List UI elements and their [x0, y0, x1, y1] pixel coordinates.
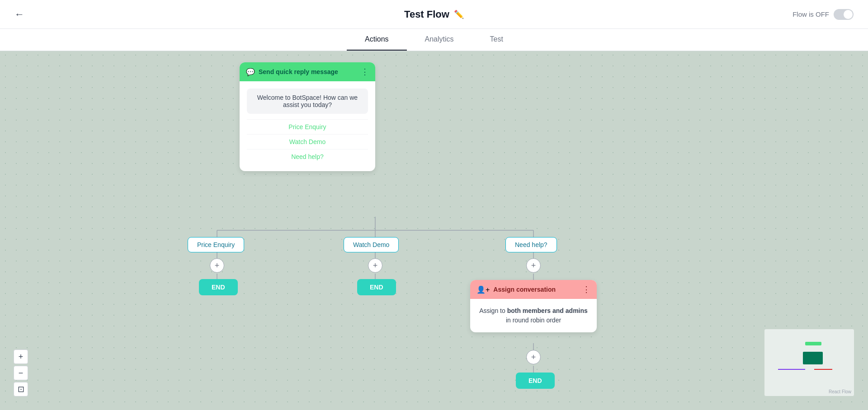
minimap-label: React Flow: [829, 389, 851, 394]
branch-watch-demo[interactable]: Watch Demo: [344, 237, 399, 252]
flow-status-label: Flow is OFF: [793, 10, 829, 18]
fit-view-button[interactable]: ⊡: [14, 382, 28, 396]
message-bubble: Welcome to BotSpace! How can we assist y…: [247, 89, 368, 114]
zoom-in-button[interactable]: +: [14, 349, 28, 364]
back-button[interactable]: ←: [14, 9, 24, 20]
header: ← Test Flow ✏️ Flow is OFF: [0, 0, 868, 29]
connector-lines: [0, 50, 868, 410]
flow-canvas: 💬 Send quick reply message ⋮ Welcome to …: [0, 50, 868, 410]
header-right: Flow is OFF: [793, 9, 854, 20]
assign-body-bold: both members and admins: [507, 307, 588, 314]
end-node-assign: END: [516, 373, 555, 389]
quick-reply-node: 💬 Send quick reply message ⋮ Welcome to …: [240, 62, 375, 171]
quick-reply-header: 💬 Send quick reply message ⋮: [240, 62, 375, 81]
tabs-bar: Actions Analytics Test: [0, 29, 868, 51]
zoom-out-button[interactable]: −: [14, 366, 28, 380]
flow-toggle[interactable]: [834, 9, 854, 20]
header-title-group: Test Flow ✏️: [404, 9, 464, 20]
page-title: Test Flow: [404, 9, 449, 20]
edit-icon[interactable]: ✏️: [454, 9, 464, 19]
add-button-price-enquiry[interactable]: +: [210, 258, 224, 273]
branch-price-enquiry[interactable]: Price Enquiry: [188, 237, 244, 252]
tab-actions[interactable]: Actions: [347, 29, 406, 51]
end-node-watch-demo: END: [357, 279, 396, 295]
quick-reply-title: Send quick reply message: [259, 68, 338, 75]
add-button-assign[interactable]: +: [526, 350, 541, 364]
assign-header: 👤+ Assign conversation ⋮: [470, 280, 597, 299]
assign-body-prefix: Assign to: [479, 307, 507, 314]
add-button-need-help[interactable]: +: [526, 258, 541, 273]
reply-option-3[interactable]: Need help?: [247, 149, 368, 164]
end-node-price-enquiry: END: [199, 279, 238, 295]
reply-option-1[interactable]: Price Enquiry: [247, 119, 368, 134]
assign-menu[interactable]: ⋮: [582, 284, 590, 294]
quick-reply-icon: 💬: [246, 68, 255, 76]
quick-reply-body: Welcome to BotSpace! How can we assist y…: [240, 81, 375, 171]
assign-body-suffix: in round robin order: [506, 317, 561, 324]
tab-test[interactable]: Test: [472, 29, 521, 51]
tab-analytics[interactable]: Analytics: [407, 29, 472, 51]
quick-reply-menu[interactable]: ⋮: [361, 67, 369, 77]
assign-icon: 👤+: [476, 285, 490, 294]
assign-title: Assign conversation: [493, 286, 556, 293]
assign-body: Assign to both members and admins in rou…: [470, 299, 597, 332]
reply-option-2[interactable]: Watch Demo: [247, 134, 368, 149]
add-button-watch-demo[interactable]: +: [368, 258, 382, 273]
minimap: React Flow: [764, 329, 854, 396]
branch-need-help[interactable]: Need help?: [505, 237, 557, 252]
zoom-controls: + − ⊡: [14, 349, 28, 396]
assign-conversation-node: 👤+ Assign conversation ⋮ Assign to both …: [470, 280, 597, 332]
